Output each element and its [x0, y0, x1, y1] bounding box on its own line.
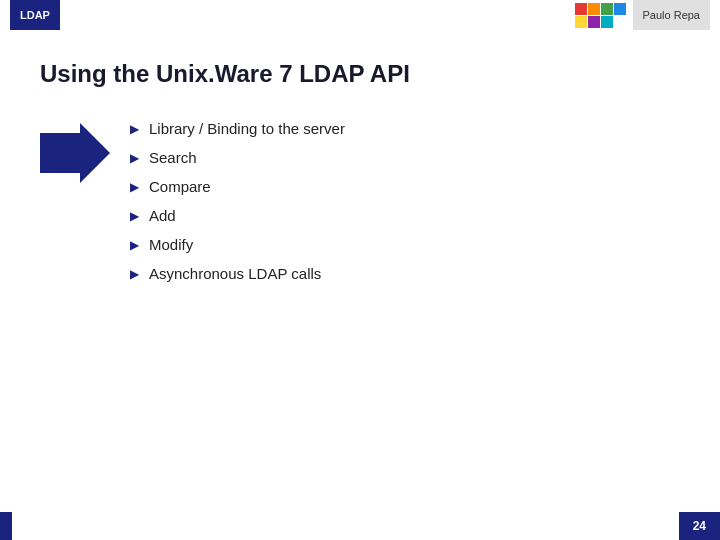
logo-cell-8: [614, 16, 626, 28]
list-item: ▶ Search: [130, 147, 345, 168]
logo-cell-6: [588, 16, 600, 28]
svg-marker-0: [40, 123, 110, 183]
ldap-label: LDAP: [10, 0, 60, 30]
bullet-text-5: Modify: [149, 234, 193, 255]
main-content: Using the Unix.Ware 7 LDAP API ▶ Library…: [0, 30, 720, 512]
logo-cell-2: [588, 3, 600, 15]
header-bar: LDAP Paulo Repa: [0, 0, 720, 30]
bottom-bar: 24: [0, 512, 720, 540]
author-label: Paulo Repa: [633, 0, 711, 30]
content-row: ▶ Library / Binding to the server ▶ Sear…: [40, 118, 680, 292]
bullet-icon-3: ▶: [130, 179, 139, 196]
bullet-text-1: Library / Binding to the server: [149, 118, 345, 139]
bullet-icon-4: ▶: [130, 208, 139, 225]
logo-cell-1: [575, 3, 587, 15]
logo-cell-3: [601, 3, 613, 15]
list-item: ▶ Add: [130, 205, 345, 226]
bullet-list: ▶ Library / Binding to the server ▶ Sear…: [130, 118, 345, 292]
logo-grid: [575, 3, 626, 28]
logo-cell-4: [614, 3, 626, 15]
bullet-icon-5: ▶: [130, 237, 139, 254]
bullet-icon-6: ▶: [130, 266, 139, 283]
list-item: ▶ Asynchronous LDAP calls: [130, 263, 345, 284]
bullet-text-6: Asynchronous LDAP calls: [149, 263, 321, 284]
logo-cell-7: [601, 16, 613, 28]
bullet-text-3: Compare: [149, 176, 211, 197]
bullet-text-2: Search: [149, 147, 197, 168]
big-arrow-icon: [40, 123, 110, 183]
list-item: ▶ Compare: [130, 176, 345, 197]
logo-area: Paulo Repa: [575, 0, 711, 30]
logo-cell-5: [575, 16, 587, 28]
page-number: 24: [679, 512, 720, 540]
bullet-icon-1: ▶: [130, 121, 139, 138]
bullet-text-4: Add: [149, 205, 176, 226]
list-item: ▶ Library / Binding to the server: [130, 118, 345, 139]
bullet-icon-2: ▶: [130, 150, 139, 167]
list-item: ▶ Modify: [130, 234, 345, 255]
bottom-left-accent: [0, 512, 12, 540]
page-title: Using the Unix.Ware 7 LDAP API: [40, 60, 680, 88]
